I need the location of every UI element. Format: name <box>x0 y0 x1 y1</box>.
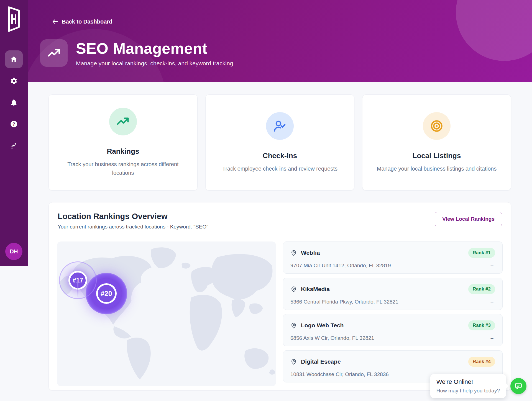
back-link-label: Back to Dashboard <box>62 19 112 25</box>
sidebar-item-home[interactable] <box>5 50 23 68</box>
hero-header: Back to Dashboard SEO Management Manage … <box>28 0 532 82</box>
card-title: Rankings <box>107 147 139 156</box>
card-description: Track employee check-ins and review requ… <box>222 164 337 173</box>
seo-header-icon <box>40 39 68 67</box>
overview-title: Location Rankings Overview <box>58 212 208 221</box>
chat-widget: We're Online! How may I help you today? <box>430 374 526 398</box>
trending-up-icon <box>116 115 130 128</box>
rank-badge: Rank #2 <box>468 284 495 294</box>
help-icon: ? <box>10 120 18 128</box>
chat-bubble-icon <box>514 382 523 390</box>
check-ins-icon-circle <box>266 112 294 140</box>
back-to-dashboard-link[interactable]: Back to Dashboard <box>52 18 112 25</box>
map-pin-icon <box>290 322 297 329</box>
main-content: Rankings Track your business rankings ac… <box>28 82 532 401</box>
map-pin-icon <box>290 286 297 292</box>
map-marker-label: #20 <box>96 283 117 304</box>
rocket-icon <box>10 142 18 150</box>
location-name: Digital Escape <box>301 358 341 365</box>
local-listings-card[interactable]: Local Listings Manage your local busines… <box>362 94 511 191</box>
sidebar-item-help[interactable]: ? <box>5 115 23 133</box>
map-pin-icon <box>290 250 297 256</box>
gear-icon <box>10 77 18 85</box>
overview-header: Location Rankings Overview Your current … <box>57 212 503 230</box>
map-pin-icon <box>290 358 297 365</box>
rankings-card[interactable]: Rankings Track your business rankings ac… <box>48 94 198 191</box>
location-name: Webfia <box>301 250 320 256</box>
location-row-webfia[interactable]: Webfia Rank #1 9707 Mia Cir Unit 1412, O… <box>283 241 503 274</box>
sidebar-item-notifications[interactable] <box>5 94 23 111</box>
rankings-world-map[interactable]: #20 #17 <box>57 241 276 386</box>
feature-cards: Rankings Track your business rankings ac… <box>48 94 511 191</box>
rank-badge: Rank #4 <box>468 357 495 367</box>
sidebar-nav: ? <box>5 50 23 155</box>
sidebar: ? DH <box>0 0 28 266</box>
map-marker-rank-17[interactable]: #17 <box>59 261 97 299</box>
map-marker-stem <box>77 280 78 297</box>
world-map-graphic <box>57 241 276 386</box>
rank-change-indicator: – <box>490 299 495 305</box>
chat-tooltip: We're Online! How may I help you today? <box>430 374 506 398</box>
location-address: 6856 Axis W Cir, Orlando, FL 32821 <box>290 335 374 341</box>
user-avatar[interactable]: DH <box>5 243 22 260</box>
page-title: SEO Management <box>76 40 233 57</box>
hero-title-row: SEO Management Manage your local ranking… <box>40 39 233 67</box>
seo-management-page: ? DH <box>0 0 532 401</box>
target-icon <box>430 119 443 133</box>
location-row-kiksmedia[interactable]: KiksMedia Rank #2 5366 Central Florida P… <box>283 278 503 310</box>
bell-icon <box>10 99 18 106</box>
check-ins-card[interactable]: Check-Ins Track employee check-ins and r… <box>205 94 354 191</box>
svg-text:?: ? <box>12 122 15 127</box>
home-icon <box>10 55 18 63</box>
rankings-icon-circle <box>109 108 137 135</box>
open-chat-button[interactable] <box>510 378 526 394</box>
location-name: Logo Web Tech <box>301 322 344 329</box>
card-description: Track your business rankings across diff… <box>57 160 189 177</box>
page-subtitle: Manage your local rankings, check-ins, a… <box>76 60 233 67</box>
location-name: KiksMedia <box>301 286 330 292</box>
logo-h-icon <box>8 6 20 32</box>
back-arrow-icon <box>52 18 58 25</box>
card-title: Local Listings <box>413 151 461 160</box>
user-check-icon <box>273 119 287 133</box>
chat-status-text: We're Online! <box>436 378 500 385</box>
rank-change-indicator: – <box>490 262 495 269</box>
sidebar-item-settings[interactable] <box>5 72 23 90</box>
rank-badge: Rank #3 <box>468 320 495 330</box>
location-list: Webfia Rank #1 9707 Mia Cir Unit 1412, O… <box>283 241 503 386</box>
location-row-logo-web-tech[interactable]: Logo Web Tech Rank #3 6856 Axis W Cir, O… <box>283 314 503 346</box>
location-address: 10831 Woodchase Cir, Orlando, FL 32836 <box>290 371 389 377</box>
app-logo[interactable] <box>8 6 20 32</box>
overview-body: #20 #17 <box>57 241 503 386</box>
location-address: 9707 Mia Cir Unit 1412, Orlando, FL 3281… <box>290 263 391 269</box>
rank-badge: Rank #1 <box>468 248 495 258</box>
sidebar-item-launch[interactable] <box>5 137 23 155</box>
location-address: 5366 Central Florida Pkwy, Orlando, FL 3… <box>290 299 398 305</box>
card-title: Check-Ins <box>263 151 297 160</box>
view-local-rankings-button[interactable]: View Local Rankings <box>435 212 502 226</box>
hero-decor-circle <box>456 0 532 61</box>
location-rankings-overview-panel: Location Rankings Overview Your current … <box>48 202 511 390</box>
local-listings-icon-circle <box>423 112 451 140</box>
overview-subtitle: Your current rankings across tracked loc… <box>58 224 208 230</box>
card-description: Manage your local business listings and … <box>377 164 497 173</box>
rank-change-indicator: – <box>490 335 495 341</box>
trending-up-icon <box>47 46 61 60</box>
chat-prompt-text: How may I help you today? <box>436 388 500 394</box>
